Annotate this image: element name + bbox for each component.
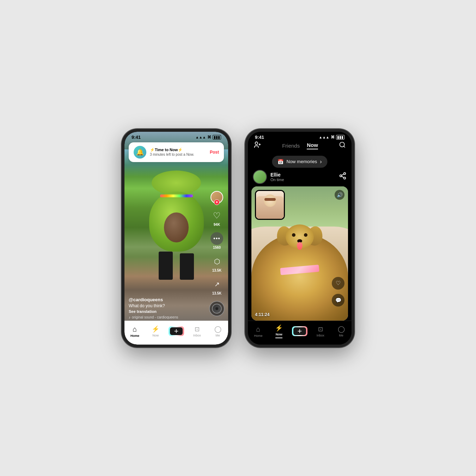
plus-button-2[interactable] <box>292 326 307 336</box>
status-icons-2: ▲▲▲ ⌘ ▮▮▮ <box>319 135 344 140</box>
now-label-2: Now <box>276 333 282 336</box>
share-button[interactable] <box>339 172 347 181</box>
selfie-sunglasses <box>264 198 276 201</box>
notif-post-button[interactable]: Post <box>210 150 219 155</box>
svg-point-3 <box>340 142 344 147</box>
user-avatar-2[interactable] <box>253 170 267 184</box>
inbox-label-2: Inbox <box>317 334 324 337</box>
now-photo-area: 🔊 4:11:24 ♡ 💬 <box>251 186 348 321</box>
sound-disc-icon <box>209 301 225 316</box>
memories-pill[interactable]: 📅 Now memories › <box>272 156 327 168</box>
signal-icon-2: ▲▲▲ <box>319 135 329 139</box>
dog-tongue <box>297 242 303 250</box>
home-icon-2: ⌂ <box>256 325 260 333</box>
dog-left-eye <box>292 233 295 237</box>
nav-inbox-1[interactable]: ⊡ Inbox <box>187 326 207 337</box>
tab-now[interactable]: Now <box>307 142 318 149</box>
search-icon[interactable] <box>339 141 346 150</box>
video-timestamp: 4:11:24 <box>255 312 269 317</box>
like-action[interactable]: ♡ 94K <box>210 209 223 227</box>
share-icon: ↗ <box>210 278 223 291</box>
svg-point-5 <box>344 173 346 175</box>
phone-2: 9:41 ▲▲▲ ⌘ ▮▮▮ Frie <box>245 129 354 347</box>
nav-now-1[interactable]: ⚡ Now <box>145 325 166 337</box>
video-actions: + ♡ 94K ••• 1560 ⬡ 13.5K <box>209 191 225 316</box>
phone2-screen: 9:41 ▲▲▲ ⌘ ▮▮▮ Frie <box>248 132 352 345</box>
tab-friends[interactable]: Friends <box>282 143 300 149</box>
bottom-nav-1: ⌂ Home ⚡ Now ⊡ Inbox ◯ Me <box>124 321 228 345</box>
inbox-icon-2: ⊡ <box>318 326 323 333</box>
svg-line-9 <box>342 174 344 175</box>
home-icon-1: ⌂ <box>133 325 137 333</box>
right-leg <box>180 253 194 280</box>
nav-plus-2[interactable] <box>289 326 310 336</box>
now-label-1: Now <box>152 334 159 337</box>
nav-me-1[interactable]: ◯ Me <box>207 325 228 337</box>
header-tabs: Friends Now <box>282 142 318 149</box>
phones-container: 9:41 ▲▲▲ ⌘ ▮▮▮ <box>122 129 354 347</box>
video-username[interactable]: @cardioqueens <box>129 297 178 302</box>
now-actions: ♡ 💬 <box>332 277 344 307</box>
now-like-button[interactable]: ♡ <box>332 277 344 290</box>
battery-icon-2: ▮▮▮ <box>336 135 344 140</box>
video-info: @cardioqueens What do you think? See tra… <box>129 297 178 319</box>
now-icon-2: ⚡ <box>275 324 283 332</box>
calendar-icon: 📅 <box>277 159 283 165</box>
now-comment-button[interactable]: 💬 <box>332 294 344 307</box>
nav-home-2[interactable]: ⌂ Home <box>248 325 269 338</box>
me-icon-1: ◯ <box>214 325 221 333</box>
bookmark-icon: ⬡ <box>210 255 223 268</box>
me-label-2: Me <box>339 334 343 337</box>
share-action[interactable]: ↗ 13.5K <box>210 278 223 295</box>
user-name: Ellie <box>270 172 284 178</box>
dog-right-eye <box>304 233 307 237</box>
now-header: Friends Now <box>248 141 352 150</box>
nav-plus-1[interactable] <box>166 326 187 336</box>
bottom-nav-2: ⌂ Home ⚡ Now ⊡ Inbox ◯ Me <box>248 321 352 345</box>
speaker-icon[interactable]: 🔊 <box>335 190 344 200</box>
svg-point-0 <box>255 142 258 144</box>
add-friend-icon[interactable] <box>254 141 261 150</box>
wifi-icon-2: ⌘ <box>331 135 335 140</box>
svg-point-6 <box>340 175 342 177</box>
now-active-indicator <box>275 338 282 338</box>
svg-line-8 <box>342 176 344 178</box>
status-icons-1: ▲▲▲ ⌘ ▮▮▮ <box>195 135 221 140</box>
me-label-1: Me <box>215 334 220 337</box>
dots-icon: ••• <box>210 232 223 245</box>
nav-home-1[interactable]: ⌂ Home <box>124 325 145 338</box>
phone1-screen: 9:41 ▲▲▲ ⌘ ▮▮▮ <box>124 132 228 345</box>
battery-icon-1: ▮▮▮ <box>213 135 221 140</box>
bookmark-action[interactable]: ⬡ 13.5K <box>210 255 223 272</box>
svg-line-4 <box>344 146 345 147</box>
sound-text: original sound - cardioqueens <box>132 315 178 319</box>
memories-chevron-icon: › <box>320 159 322 165</box>
avatar-wrapper: + <box>210 191 223 204</box>
video-translation[interactable]: See translation <box>129 309 178 314</box>
heart-icon: ♡ <box>210 209 223 222</box>
notif-text-block: ⚡Time to Now⚡ 3 minutes left to post a N… <box>150 148 206 156</box>
notif-bell-icon: 🔔 <box>134 146 146 159</box>
comment-action[interactable]: ••• 1560 <box>210 232 223 249</box>
music-note-icon: ♪ <box>129 315 130 319</box>
dog-face-area <box>282 223 317 254</box>
creator-avatar-item[interactable]: + <box>210 191 223 204</box>
plus-button-1[interactable] <box>169 326 184 336</box>
avocado-pit <box>164 212 189 242</box>
video-sound[interactable]: ♪ original sound - cardioqueens <box>129 315 178 319</box>
notification-banner[interactable]: 🔔 ⚡Time to Now⚡ 3 minutes left to post a… <box>129 142 224 162</box>
memories-label: Now memories <box>286 159 317 164</box>
user-status: On time <box>270 178 284 182</box>
video-caption: What do you think? <box>129 303 178 308</box>
share-count: 13.5K <box>212 291 222 295</box>
now-icon-1: ⚡ <box>152 325 159 333</box>
user-details: Ellie On time <box>270 172 284 182</box>
me-icon-2: ◯ <box>338 325 345 333</box>
nav-inbox-2[interactable]: ⊡ Inbox <box>310 326 331 337</box>
nav-now-2[interactable]: ⚡ Now <box>269 324 289 338</box>
home-label-2: Home <box>254 334 262 338</box>
nav-me-2[interactable]: ◯ Me <box>331 325 352 337</box>
user-info-row: Ellie On time <box>253 170 347 184</box>
inbox-label-1: Inbox <box>193 334 201 337</box>
sound-disc-action[interactable] <box>209 301 225 316</box>
